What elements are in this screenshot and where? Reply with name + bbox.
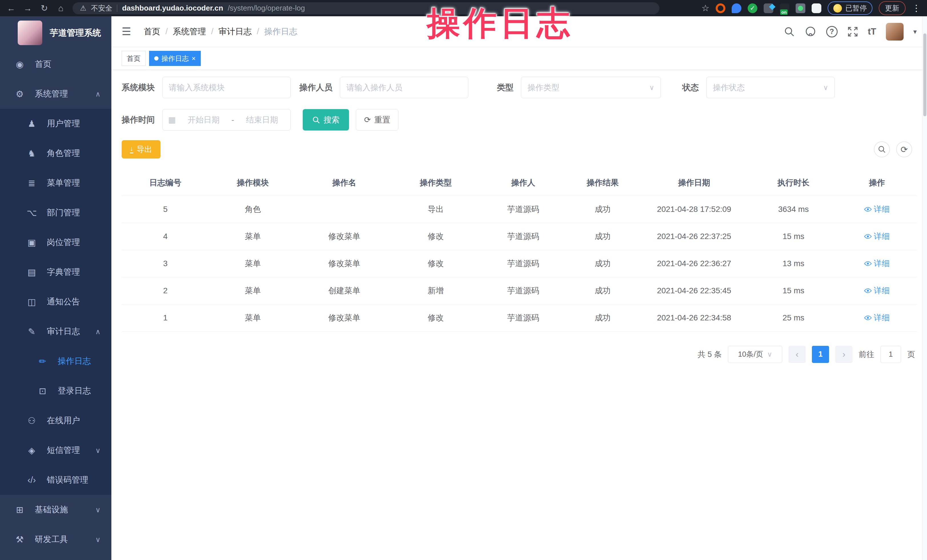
- app-frame: 芋道管理系统 ◉ 首页 ⚙ 系统管理 ∧ ♟ 用户管理 ♞ 角色管理 ≣ 菜单管…: [0, 16, 927, 560]
- ext-green-dot-icon[interactable]: [796, 3, 805, 13]
- bookmark-star-icon[interactable]: ☆: [701, 3, 710, 14]
- date-range-picker[interactable]: ▦ 开始日期 - 结束日期: [162, 109, 291, 131]
- ext-green-check-icon[interactable]: ✓: [748, 3, 757, 13]
- start-date-placeholder[interactable]: 开始日期: [181, 114, 226, 125]
- not-secure-label[interactable]: 不安全: [91, 3, 112, 13]
- breadcrumb-home[interactable]: 首页: [144, 26, 160, 37]
- detail-link[interactable]: 详细: [864, 313, 890, 323]
- next-page-button[interactable]: ›: [835, 346, 853, 363]
- paused-label: 已暂停: [845, 3, 867, 13]
- detail-link[interactable]: 详细: [864, 204, 890, 215]
- ext-blue-diamond-icon[interactable]: [764, 3, 774, 13]
- sidebar-item-label: 操作日志: [58, 355, 91, 367]
- ext-orange-ring-icon[interactable]: [716, 3, 725, 13]
- goto-page-input[interactable]: [880, 346, 901, 363]
- module-input[interactable]: [162, 77, 291, 98]
- browser-reload-icon[interactable]: ↻: [40, 3, 49, 13]
- ext-dark-stack-icon[interactable]: on: [780, 3, 789, 13]
- status-select[interactable]: 操作状态 ∨: [706, 77, 835, 98]
- toggle-search-icon[interactable]: [874, 141, 890, 157]
- page-scrollbar[interactable]: [922, 16, 927, 560]
- avatar-caret-down-icon[interactable]: ▾: [913, 28, 917, 36]
- browser-back-icon[interactable]: ←: [6, 3, 16, 13]
- detail-link[interactable]: 详细: [864, 231, 890, 242]
- operator-input[interactable]: [340, 77, 468, 98]
- current-page-button[interactable]: 1: [812, 346, 829, 363]
- ext-blue-pin-icon[interactable]: [732, 3, 742, 13]
- tag-label: 操作日志: [161, 54, 189, 63]
- sidebar-item-login-log[interactable]: ⊡ 登录日志: [0, 376, 111, 406]
- browser-update-button[interactable]: 更新: [879, 1, 906, 15]
- chevron-down-icon: ∨: [767, 351, 772, 358]
- sidebar-item-infrastructure[interactable]: ⊞ 基础设施 ∨: [0, 495, 111, 525]
- sidebar-item-user-management[interactable]: ♟ 用户管理: [0, 109, 111, 138]
- col-action: 操作: [837, 170, 917, 196]
- ext-on-badge: on: [780, 9, 788, 15]
- sidebar-item-label: 用户管理: [47, 118, 80, 129]
- scrollbar-thumb[interactable]: [923, 33, 926, 116]
- search-button[interactable]: 搜索: [303, 109, 349, 131]
- sidebar-item-dict-management[interactable]: ▤ 字典管理: [0, 257, 111, 287]
- sidebar-item-system-management[interactable]: ⚙ 系统管理 ∧: [0, 79, 111, 109]
- page-size-select[interactable]: 10条/页 ∨: [728, 346, 782, 363]
- sidebar-item-notice[interactable]: ◫ 通知公告: [0, 287, 111, 317]
- tag-label: 首页: [127, 54, 140, 63]
- sidebar-item-operate-log[interactable]: ✏ 操作日志: [0, 346, 111, 376]
- prev-page-button[interactable]: ‹: [789, 346, 805, 363]
- user-avatar[interactable]: [886, 23, 904, 41]
- fullscreen-icon[interactable]: [847, 26, 858, 37]
- table-header-row: 日志编号 操作模块 操作名 操作类型 操作人 操作结果 操作日期 执行时长 操作: [122, 170, 917, 196]
- shield-icon: ◈: [24, 445, 39, 456]
- sidebar-item-label: 岗位管理: [47, 237, 80, 248]
- end-date-placeholder[interactable]: 结束日期: [239, 114, 285, 125]
- ext-puzzle-icon[interactable]: [812, 3, 821, 13]
- chevron-up-icon: ∧: [96, 328, 100, 336]
- active-tag-dot: [154, 56, 158, 61]
- paused-extension-pill[interactable]: 已暂停: [828, 2, 872, 15]
- tags-view-bar: 首页 操作日志 ×: [111, 47, 927, 70]
- page-unit-label: 页: [907, 349, 915, 360]
- font-size-icon[interactable]: tT: [868, 27, 876, 37]
- browser-menu-kebab-icon[interactable]: ⋮: [912, 3, 921, 14]
- docs-question-icon[interactable]: ?: [826, 26, 837, 37]
- sidebar-item-dept-management[interactable]: ⌥ 部门管理: [0, 198, 111, 228]
- search-icon[interactable]: [784, 26, 795, 37]
- tag-operate-log[interactable]: 操作日志 ×: [149, 51, 201, 66]
- sidebar-item-sms-management[interactable]: ◈ 短信管理 ∨: [0, 436, 111, 465]
- tag-home[interactable]: 首页: [122, 51, 146, 66]
- sidebar-item-post-management[interactable]: ▣ 岗位管理: [0, 228, 111, 257]
- app-logo-image: [18, 21, 42, 45]
- url-domain[interactable]: dashboard.yudao.iocoder.cn: [122, 4, 223, 12]
- breadcrumb-system[interactable]: 系统管理: [173, 26, 206, 37]
- sidebar-item-label: 通知公告: [47, 296, 80, 308]
- sidebar-collapse-icon[interactable]: ☰: [122, 26, 131, 38]
- detail-link[interactable]: 详细: [864, 285, 890, 296]
- code-icon: ‹/›: [24, 475, 39, 485]
- sidebar-logo-row[interactable]: 芋道管理系统: [0, 16, 111, 49]
- chevron-down-icon: ∨: [823, 83, 828, 92]
- refresh-table-icon[interactable]: ⟳: [896, 141, 912, 157]
- sidebar-item-dev-tools[interactable]: ⚒ 研发工具 ∨: [0, 525, 111, 554]
- export-button[interactable]: ↓ 导出: [122, 140, 161, 158]
- breadcrumb-audit-log[interactable]: 审计日志: [219, 26, 252, 37]
- sidebar-item-error-code-management[interactable]: ‹/› 错误码管理: [0, 465, 111, 495]
- table-row: 4 菜单 修改菜单 修改 芋道源码 成功 2021-04-26 22:37:25…: [122, 223, 917, 250]
- type-select[interactable]: 操作类型 ∨: [521, 77, 661, 98]
- reset-button[interactable]: ⟳ 重置: [356, 109, 398, 131]
- chevron-down-icon: ∨: [96, 536, 100, 544]
- sidebar-item-home[interactable]: ◉ 首页: [0, 49, 111, 79]
- sidebar-item-audit-log[interactable]: ✎ 审计日志 ∧: [0, 317, 111, 346]
- sidebar-item-menu-management[interactable]: ≣ 菜单管理: [0, 168, 111, 198]
- github-icon[interactable]: [804, 26, 816, 38]
- detail-link[interactable]: 详细: [864, 258, 890, 269]
- browser-home-icon[interactable]: ⌂: [56, 3, 66, 13]
- sidebar-item-online-users[interactable]: ⚇ 在线用户: [0, 406, 111, 436]
- message-icon: ◫: [24, 297, 39, 307]
- col-module: 操作模块: [209, 170, 296, 196]
- filter-row-2: 操作时间 ▦ 开始日期 - 结束日期 搜索 ⟳ 重置: [122, 109, 917, 131]
- tag-close-icon[interactable]: ×: [191, 55, 196, 62]
- col-result: 操作结果: [567, 170, 638, 196]
- sidebar-item-role-management[interactable]: ♞ 角色管理: [0, 138, 111, 168]
- main-panel: ☰ 首页 / 系统管理 / 审计日志 / 操作日志 ?: [111, 16, 927, 560]
- browser-forward-icon[interactable]: →: [23, 3, 33, 13]
